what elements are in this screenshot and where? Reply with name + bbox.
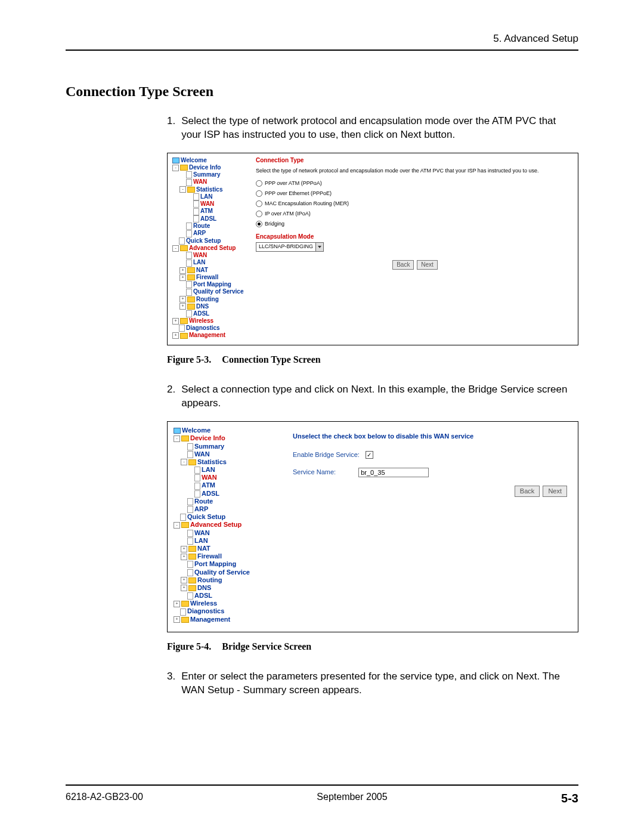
nav-port-mapping[interactable]: Port Mapping bbox=[194, 560, 236, 567]
header-rule bbox=[66, 50, 578, 51]
nav-dns[interactable]: DNS bbox=[197, 584, 211, 591]
page-icon bbox=[194, 490, 200, 498]
back-button[interactable]: Back bbox=[392, 260, 414, 270]
service-name-input[interactable] bbox=[358, 468, 429, 477]
panel-instruction: Select the type of network protocol and … bbox=[256, 168, 573, 174]
nav-stats-wan[interactable]: WAN bbox=[202, 474, 217, 481]
page-icon bbox=[186, 230, 192, 237]
nav-wan[interactable]: WAN bbox=[193, 178, 207, 185]
nav-adsl[interactable]: ADSL bbox=[200, 215, 216, 222]
folder-closed-icon bbox=[187, 274, 195, 280]
radio-icon bbox=[256, 221, 262, 227]
expander-icon[interactable]: + bbox=[181, 585, 187, 591]
nav-device-info[interactable]: Device Info bbox=[190, 434, 225, 441]
nav-arp[interactable]: ARP bbox=[194, 505, 208, 512]
expander-icon[interactable]: - bbox=[172, 245, 179, 252]
expander-icon[interactable]: + bbox=[179, 303, 186, 310]
expander-icon[interactable]: + bbox=[172, 318, 179, 325]
nav-statistics[interactable]: Statistics bbox=[196, 186, 222, 193]
page-icon bbox=[179, 237, 185, 245]
next-button[interactable]: Next bbox=[417, 260, 438, 270]
nav-adv-lan[interactable]: LAN bbox=[194, 537, 208, 544]
step-3: 3. Enter or select the parameters presen… bbox=[167, 670, 578, 697]
page-footer: 6218-A2-GB23-00 September 2005 5-3 bbox=[66, 784, 578, 805]
expander-icon[interactable]: + bbox=[181, 577, 187, 583]
nav-wireless[interactable]: Wireless bbox=[190, 600, 217, 607]
expander-icon[interactable]: + bbox=[174, 616, 180, 623]
step-1-number: 1. bbox=[167, 115, 175, 142]
back-button[interactable]: Back bbox=[515, 486, 540, 497]
nav-lan[interactable]: LAN bbox=[202, 466, 215, 473]
nav-welcome[interactable]: Welcome bbox=[182, 427, 210, 434]
nav-summary[interactable]: Summary bbox=[194, 443, 224, 450]
nav-management[interactable]: Management bbox=[190, 616, 230, 623]
page-icon bbox=[194, 467, 200, 474]
nav-advanced-setup[interactable]: Advanced Setup bbox=[190, 521, 242, 528]
nav-routing[interactable]: Routing bbox=[197, 576, 222, 583]
radio-mer[interactable]: MAC Encapsulation Routing (MER) bbox=[256, 200, 573, 207]
nav-route[interactable]: Route bbox=[193, 223, 210, 229]
folder-closed-icon bbox=[188, 546, 196, 552]
nav-atm[interactable]: ATM bbox=[202, 481, 215, 489]
footer-page-number: 5-3 bbox=[561, 792, 578, 805]
expander-icon[interactable]: - bbox=[181, 459, 187, 465]
nav-advanced-setup[interactable]: Advanced Setup bbox=[189, 245, 236, 251]
nav-management[interactable]: Management bbox=[189, 332, 225, 338]
expander-icon[interactable]: - bbox=[174, 435, 180, 442]
nav-welcome[interactable]: Welcome bbox=[181, 157, 207, 163]
radio-icon bbox=[256, 200, 262, 207]
step-2-number: 2. bbox=[167, 383, 175, 410]
nav-statistics[interactable]: Statistics bbox=[197, 458, 227, 465]
expander-icon[interactable]: - bbox=[179, 186, 186, 193]
page-icon bbox=[186, 171, 192, 178]
nav-adv-lan[interactable]: LAN bbox=[193, 259, 206, 265]
nav-nat[interactable]: NAT bbox=[197, 545, 210, 552]
nav-port-mapping[interactable]: Port Mapping bbox=[193, 281, 231, 288]
expander-icon[interactable]: - bbox=[172, 165, 179, 171]
nav-route[interactable]: Route bbox=[194, 498, 213, 505]
enable-bridge-checkbox[interactable]: ✓ bbox=[366, 451, 373, 459]
nav-wireless[interactable]: Wireless bbox=[189, 317, 213, 324]
next-button[interactable]: Next bbox=[543, 486, 567, 497]
nav-wan[interactable]: WAN bbox=[194, 450, 210, 458]
nav-lan[interactable]: LAN bbox=[200, 193, 213, 200]
nav-quick-setup[interactable]: Quick Setup bbox=[187, 513, 225, 520]
nav-adv-wan[interactable]: WAN bbox=[193, 252, 207, 258]
figure-5-3-screenshot: Welcome -Device Info Summary WAN -Statis… bbox=[167, 153, 578, 345]
nav-quick-setup[interactable]: Quick Setup bbox=[186, 237, 221, 244]
expander-icon[interactable]: + bbox=[174, 601, 180, 607]
nav-nat[interactable]: NAT bbox=[196, 267, 208, 273]
nav-dns[interactable]: DNS bbox=[196, 303, 209, 310]
nav-routing[interactable]: Routing bbox=[196, 296, 219, 302]
expander-icon[interactable]: + bbox=[181, 546, 187, 552]
nav-summary[interactable]: Summary bbox=[193, 171, 221, 178]
expander-icon[interactable]: + bbox=[179, 274, 186, 281]
nav-atm[interactable]: ATM bbox=[200, 208, 213, 214]
expander-icon[interactable]: + bbox=[172, 332, 179, 339]
expander-icon[interactable]: + bbox=[181, 554, 187, 560]
expander-icon[interactable]: - bbox=[174, 522, 180, 529]
nav-firewall[interactable]: Firewall bbox=[197, 552, 222, 560]
radio-pppoa[interactable]: PPP over ATM (PPPoA) bbox=[256, 180, 573, 187]
expander-icon[interactable]: + bbox=[179, 296, 186, 302]
page-icon bbox=[187, 530, 193, 537]
nav-diagnostics[interactable]: Diagnostics bbox=[187, 607, 224, 614]
nav-arp[interactable]: ARP bbox=[193, 230, 206, 236]
nav-qos[interactable]: Quality of Service bbox=[194, 569, 250, 576]
nav-adv-wan[interactable]: WAN bbox=[194, 529, 210, 536]
radio-bridging[interactable]: Bridging bbox=[256, 221, 573, 227]
nav-adv-adsl[interactable]: ADSL bbox=[194, 592, 212, 599]
nav-device-info[interactable]: Device Info bbox=[189, 164, 221, 171]
nav-adsl[interactable]: ADSL bbox=[202, 490, 219, 497]
check-icon: ✓ bbox=[367, 452, 371, 458]
nav-firewall[interactable]: Firewall bbox=[196, 274, 218, 280]
nav-adv-adsl[interactable]: ADSL bbox=[193, 310, 209, 317]
nav-stats-wan[interactable]: WAN bbox=[200, 200, 214, 207]
nav-qos[interactable]: Quality of Service bbox=[193, 288, 243, 295]
encapsulation-select[interactable]: LLC/SNAP-BRIDGING bbox=[256, 242, 324, 252]
radio-pppoe[interactable]: PPP over Ethernet (PPPoE) bbox=[256, 190, 573, 197]
radio-ipoa[interactable]: IP over ATM (IPoA) bbox=[256, 211, 573, 217]
page-icon bbox=[179, 325, 185, 332]
expander-icon[interactable]: + bbox=[179, 267, 186, 274]
nav-diagnostics[interactable]: Diagnostics bbox=[186, 325, 220, 331]
